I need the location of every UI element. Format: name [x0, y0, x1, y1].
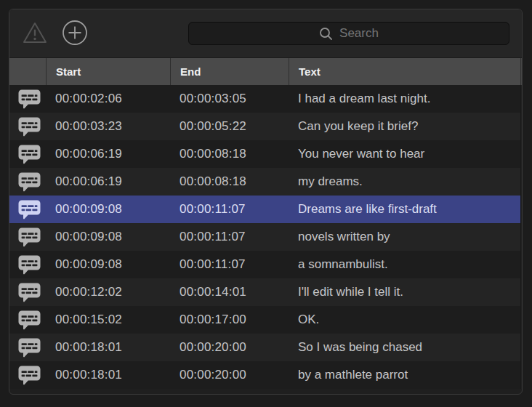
- cell-end: 00:00:03:05: [170, 85, 289, 113]
- caption-icon: [9, 145, 46, 164]
- cell-end: 00:00:08:18: [170, 168, 289, 196]
- cell-text: You never want to hear: [289, 140, 520, 168]
- cell-text: a somnambulist.: [289, 251, 520, 278]
- caption-icon: [9, 310, 46, 330]
- cell-end: 00:00:20:00: [170, 361, 289, 389]
- cell-end: 00:00:14:01: [170, 278, 289, 306]
- caption-row[interactable]: 00:00:02:06 00:00:03:05 I had a dream la…: [9, 85, 522, 113]
- caption-row[interactable]: 00:00:06:19 00:00:08:18 You never want t…: [9, 140, 522, 168]
- scrollbar-track[interactable]: [520, 361, 522, 389]
- header-icon-column[interactable]: [9, 58, 46, 85]
- cell-start: 00:00:18:01: [46, 334, 170, 361]
- add-caption-button[interactable]: [62, 20, 88, 48]
- scrollbar-track[interactable]: [520, 85, 522, 113]
- search-icon: [319, 27, 333, 41]
- caption-row[interactable]: 00:00:03:23 00:00:05:22 Can you keep it …: [9, 113, 522, 140]
- cell-end: 00:00:11:07: [170, 196, 289, 223]
- cell-start: 00:00:03:23: [46, 113, 170, 140]
- cell-text: OK.: [289, 306, 520, 334]
- caption-row[interactable]: 00:00:15:02 00:00:17:00 OK.: [9, 306, 522, 334]
- caption-icon: [9, 255, 46, 275]
- header-end[interactable]: End: [170, 58, 289, 85]
- caption-row[interactable]: 00:00:18:01 00:00:20:00 So I was being c…: [9, 334, 522, 361]
- cell-text: I had a dream last night.: [289, 85, 520, 113]
- cell-start: 00:00:09:08: [46, 251, 170, 278]
- validation-warning-button[interactable]: [21, 20, 49, 47]
- caption-icon: [9, 117, 46, 137]
- scrollbar-track[interactable]: [520, 140, 522, 168]
- cell-start: 00:00:02:06: [46, 85, 170, 113]
- caption-row[interactable]: 00:00:09:08 00:00:11:07 Dreams are like …: [9, 196, 522, 223]
- plus-circle-icon: [62, 20, 88, 48]
- caption-row[interactable]: 00:00:12:02 00:00:14:01 I'll edit while …: [9, 278, 522, 306]
- cell-text: Dreams are like first-draft: [289, 196, 520, 223]
- header-text[interactable]: Text: [289, 58, 520, 85]
- caption-row[interactable]: 00:00:06:19 00:00:08:18 my dreams.: [9, 168, 522, 196]
- caption-row[interactable]: 00:00:09:08 00:00:11:07 a somnambulist.: [9, 251, 522, 278]
- caption-icon: [9, 172, 46, 192]
- cell-start: 00:00:06:19: [46, 168, 170, 196]
- cell-end: 00:00:05:22: [170, 113, 289, 140]
- warning-triangle-icon: [21, 20, 49, 47]
- captions-panel: Search Start End Text 00:00:02:06 00:00:…: [9, 9, 523, 395]
- toolbar: Search: [9, 9, 522, 57]
- caption-icon: [9, 89, 46, 109]
- cell-start: 00:00:09:08: [46, 196, 170, 223]
- caption-icon: [9, 366, 46, 385]
- cell-end: 00:00:11:07: [170, 251, 289, 278]
- caption-row[interactable]: 00:00:18:01 00:00:20:00 by a mathlete pa…: [9, 361, 522, 389]
- caption-row[interactable]: 00:00:09:08 00:00:11:07 novels written b…: [9, 223, 522, 251]
- scrollbar-track[interactable]: [520, 113, 522, 140]
- cell-end: 00:00:20:00: [170, 334, 289, 361]
- cell-text: my dreams.: [289, 168, 520, 196]
- cell-start: 00:00:12:02: [46, 278, 170, 306]
- cell-start: 00:00:15:02: [46, 306, 170, 334]
- cell-start: 00:00:18:01: [46, 361, 170, 389]
- cell-text: novels written by: [289, 223, 520, 251]
- cell-text: Can you keep it brief?: [289, 113, 520, 140]
- scrollbar-track[interactable]: [520, 168, 522, 196]
- caption-icon: [9, 200, 46, 219]
- scrollbar-track[interactable]: [520, 278, 522, 306]
- table-header: Start End Text: [9, 57, 522, 85]
- scrollbar-track[interactable]: [520, 251, 522, 278]
- cell-start: 00:00:06:19: [46, 140, 170, 168]
- header-start[interactable]: Start: [46, 58, 170, 85]
- scrollbar-track[interactable]: [520, 334, 522, 361]
- header-scrollbar-corner: [520, 58, 523, 85]
- caption-list: 00:00:02:06 00:00:03:05 I had a dream la…: [9, 85, 522, 389]
- caption-icon: [9, 227, 46, 247]
- cell-end: 00:00:11:07: [170, 223, 289, 251]
- cell-end: 00:00:17:00: [170, 306, 289, 334]
- scrollbar-track[interactable]: [520, 196, 522, 223]
- search-input[interactable]: Search: [188, 22, 509, 45]
- caption-icon: [9, 338, 46, 358]
- caption-icon: [9, 283, 46, 302]
- scrollbar-track[interactable]: [520, 306, 522, 334]
- cell-text: So I was being chased: [289, 334, 520, 361]
- cell-end: 00:00:08:18: [170, 140, 289, 168]
- cell-start: 00:00:09:08: [46, 223, 170, 251]
- cell-text: I'll edit while I tell it.: [289, 278, 520, 306]
- cell-text: by a mathlete parrot: [289, 361, 520, 389]
- search-placeholder: Search: [339, 26, 379, 41]
- scrollbar-track[interactable]: [520, 223, 522, 251]
